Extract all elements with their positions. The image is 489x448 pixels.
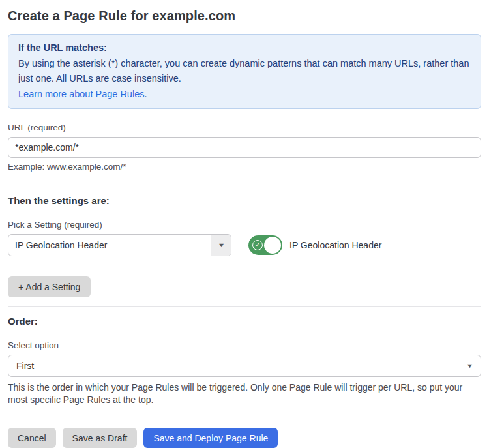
info-box-link-line: Learn more about Page Rules. xyxy=(18,87,471,102)
info-box-body: By using the asterisk (*) character, you… xyxy=(18,56,471,87)
order-section-heading: Order: xyxy=(8,316,481,327)
setting-select-value: IP Geolocation Header xyxy=(8,235,211,256)
section-divider xyxy=(8,306,481,307)
save-draft-button[interactable]: Save as Draft xyxy=(63,428,138,448)
order-select-value: First xyxy=(16,361,467,371)
url-input[interactable] xyxy=(8,137,481,158)
setting-select-arrow-button[interactable]: ▼ xyxy=(211,235,231,256)
ip-geolocation-toggle[interactable]: ✓ xyxy=(248,235,282,255)
setting-select[interactable]: IP Geolocation Header ▼ xyxy=(8,234,231,256)
chevron-down-icon: ▼ xyxy=(217,242,225,248)
order-select-label: Select option xyxy=(8,340,481,350)
link-period: . xyxy=(144,89,147,99)
chevron-down-icon: ▼ xyxy=(466,363,474,369)
url-field-label: URL (required) xyxy=(8,123,481,132)
info-box-heading: If the URL matches: xyxy=(18,40,471,56)
save-deploy-button[interactable]: Save and Deploy Page Rule xyxy=(143,428,278,448)
url-matches-info-box: If the URL matches: By using the asteris… xyxy=(8,34,481,109)
settings-section-heading: Then the settings are: xyxy=(8,195,481,206)
learn-more-link[interactable]: Learn more about Page Rules xyxy=(18,89,144,99)
page-title: Create a Page Rule for example.com xyxy=(8,8,481,23)
setting-row: IP Geolocation Header ▼ ✓ IP Geolocation… xyxy=(8,234,481,256)
order-select[interactable]: First ▼ xyxy=(8,355,481,377)
check-icon: ✓ xyxy=(252,240,263,250)
actions-divider xyxy=(8,417,481,417)
order-helper-text: This is the order in which your Page Rul… xyxy=(8,381,477,406)
cancel-button[interactable]: Cancel xyxy=(8,428,56,448)
toggle-knob xyxy=(264,237,281,254)
actions-row: Cancel Save as Draft Save and Deploy Pag… xyxy=(8,428,481,448)
url-example-helper: Example: www.example.com/* xyxy=(8,162,481,172)
pick-setting-label: Pick a Setting (required) xyxy=(8,220,481,230)
add-setting-button[interactable]: + Add a Setting xyxy=(8,276,91,297)
toggle-label: IP Geolocation Header xyxy=(289,240,381,250)
